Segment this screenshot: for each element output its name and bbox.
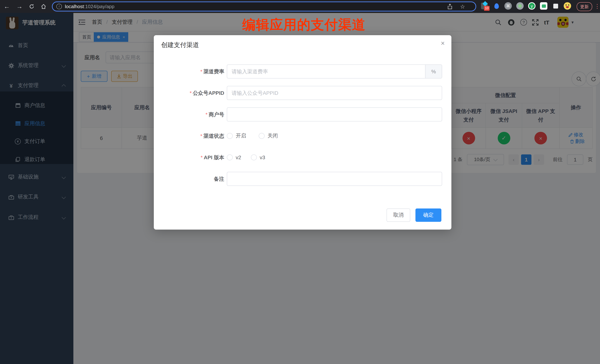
browser-back-icon[interactable]: ←	[4, 0, 10, 13]
url-host: localhost	[65, 4, 84, 9]
extension-icon-grey-green[interactable]	[516, 2, 524, 10]
dialog-close-icon[interactable]: ×	[441, 40, 445, 47]
extension-icon-command[interactable]: ⌘	[504, 2, 512, 10]
field-row-merchant-id: *商户号	[154, 107, 451, 121]
share-icon[interactable]	[447, 4, 452, 9]
annotation-text: 编辑应用的支付渠道	[226, 16, 382, 34]
required-mark: *	[200, 133, 202, 139]
field-label: 渠道状态	[204, 133, 224, 139]
extension-icon-kite[interactable]	[493, 2, 500, 10]
official-account-appid-input[interactable]	[227, 86, 442, 100]
field-label: API 版本	[204, 155, 224, 160]
browser-menu-icon[interactable]: ⋮	[594, 2, 600, 10]
field-row-appid: *公众号APPID	[154, 86, 451, 100]
dialog-title: 创建支付渠道	[161, 41, 199, 49]
field-row-channel-status: *渠道状态 开启 关闭	[154, 129, 451, 143]
field-label: 备注	[214, 176, 224, 182]
field-label: 公众号APPID	[193, 90, 224, 96]
required-mark: *	[201, 155, 203, 160]
required-mark: *	[200, 69, 202, 74]
extension-badge: 10	[484, 6, 489, 11]
create-payment-channel-dialog: 创建支付渠道 × *渠道费率 % *公众号APPID *商户号	[154, 35, 451, 230]
browser-chrome: ← → i localhost:1024/pay/app ☆ 10 ⌘	[0, 0, 600, 13]
extension-icon-badged[interactable]: 10	[481, 3, 488, 9]
field-row-remark: 备注	[154, 172, 451, 186]
cancel-button[interactable]: 取消	[386, 209, 410, 222]
browser-update-button[interactable]: 更新	[577, 2, 592, 11]
radio-api-v2[interactable]: v2	[227, 150, 241, 164]
site-info-icon[interactable]: i	[56, 4, 62, 9]
radio-circle-icon	[259, 133, 265, 139]
required-mark: *	[206, 111, 207, 117]
extension-icon-chat[interactable]	[540, 2, 547, 10]
extension-icon-y-green[interactable]: y	[528, 2, 535, 10]
address-bar[interactable]: i localhost:1024/pay/app ☆	[52, 1, 476, 11]
radio-circle-icon	[251, 155, 257, 160]
bookmark-star-icon[interactable]: ☆	[460, 3, 465, 10]
extension-icon-emoji[interactable]	[564, 2, 571, 10]
extension-icon-puzzle[interactable]	[552, 2, 559, 10]
confirm-button[interactable]: 确定	[415, 209, 441, 222]
radio-status-open[interactable]: 开启	[227, 129, 246, 143]
screen: ← → i localhost:1024/pay/app ☆ 10 ⌘	[0, 0, 600, 364]
field-label: 渠道费率	[204, 69, 224, 74]
field-row-api-version: *API 版本 v2 v3	[154, 150, 451, 164]
remark-input[interactable]	[227, 172, 442, 186]
radio-status-closed[interactable]: 关闭	[259, 129, 278, 143]
channel-rate-input[interactable]	[227, 64, 442, 79]
page-viewport: 芋道管理系统 首页 系统管理 ¥ 支付管理	[0, 13, 600, 364]
radio-circle-icon	[227, 155, 233, 160]
percent-suffix: %	[425, 65, 442, 78]
merchant-id-input[interactable]	[227, 107, 442, 121]
field-row-channel-rate: *渠道费率 %	[154, 64, 451, 79]
browser-home-icon[interactable]	[41, 0, 46, 13]
radio-circle-icon	[227, 133, 233, 139]
radio-api-v3[interactable]: v3	[251, 150, 265, 164]
browser-forward-icon[interactable]: →	[16, 0, 23, 13]
field-label: 商户号	[209, 111, 224, 117]
required-mark: *	[190, 90, 192, 96]
browser-reload-icon[interactable]	[29, 0, 35, 13]
url-path: :1024/pay/app	[84, 4, 114, 9]
